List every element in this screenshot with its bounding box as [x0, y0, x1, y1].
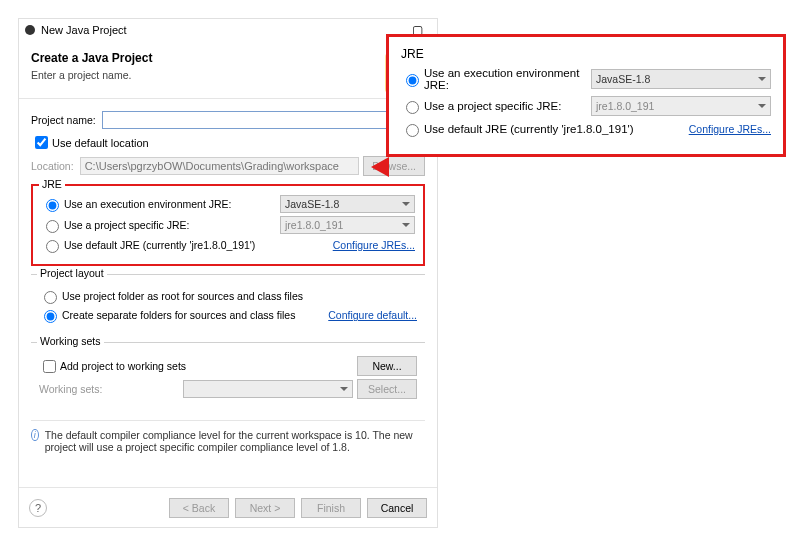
jre-env-radio[interactable] [46, 199, 59, 212]
jre-specific-radio[interactable] [46, 220, 59, 233]
page-subtitle: Enter a project name. [31, 69, 425, 81]
callout-jre-specific-radio[interactable] [406, 101, 419, 114]
wizard-footer: ? < Back Next > Finish Cancel [19, 487, 437, 527]
jre-default-label: Use default JRE (currently 'jre1.8.0_191… [64, 239, 333, 251]
back-button: < Back [169, 498, 229, 518]
jre-specific-label: Use a project specific JRE: [64, 219, 280, 231]
window-title: New Java Project [41, 24, 127, 36]
configure-default-link[interactable]: Configure default... [328, 309, 417, 321]
callout-jre-default-radio[interactable] [406, 124, 419, 137]
use-default-location-checkbox[interactable] [35, 136, 48, 149]
callout-jre-default-label: Use default JRE (currently 'jre1.8.0_191… [424, 123, 689, 135]
jre-legend: JRE [39, 178, 65, 190]
layout-separate-label: Create separate folders for sources and … [62, 309, 328, 321]
callout-jre-env-radio[interactable] [406, 74, 419, 87]
page-title: Create a Java Project [31, 51, 425, 65]
info-text: The default compiler compliance level fo… [45, 429, 425, 453]
callout-jre-env-label: Use an execution environment JRE: [424, 67, 591, 91]
working-sets-group: Working sets Add project to working sets… [31, 342, 425, 410]
jre-env-combo[interactable]: JavaSE-1.8 [280, 195, 415, 213]
callout-jre-specific-combo: jre1.8.0_191 [591, 96, 771, 116]
wizard-header: Create a Java Project Enter a project na… [19, 41, 437, 99]
working-sets-legend: Working sets [37, 335, 104, 347]
layout-separate-radio[interactable] [44, 310, 57, 323]
new-working-set-button[interactable]: New... [357, 356, 417, 376]
add-working-sets-label: Add project to working sets [60, 360, 357, 372]
configure-jres-link[interactable]: Configure JREs... [333, 239, 415, 251]
next-button: Next > [235, 498, 295, 518]
project-layout-group: Project layout Use project folder as roo… [31, 274, 425, 334]
finish-button: Finish [301, 498, 361, 518]
jre-callout: JRE Use an execution environment JRE: Ja… [386, 34, 786, 157]
layout-root-label: Use project folder as root for sources a… [62, 290, 417, 302]
titlebar: New Java Project ▢ [19, 19, 437, 41]
cancel-button[interactable]: Cancel [367, 498, 427, 518]
callout-jre-env-combo[interactable]: JavaSE-1.8 [591, 69, 771, 89]
project-name-label: Project name: [31, 114, 96, 126]
location-label: Location: [31, 160, 74, 172]
use-default-location-label: Use default location [52, 137, 149, 149]
location-input [80, 157, 360, 175]
wizard-content: Project name: Use default location Locat… [19, 99, 437, 453]
jre-group: JRE Use an execution environment JRE: Ja… [31, 184, 425, 266]
wizard-window: New Java Project ▢ Create a Java Project… [18, 18, 438, 528]
help-icon[interactable]: ? [29, 499, 47, 517]
project-name-input[interactable] [102, 111, 425, 129]
layout-root-radio[interactable] [44, 291, 57, 304]
info-icon: i [31, 429, 39, 441]
eclipse-icon [25, 25, 35, 35]
jre-specific-combo: jre1.8.0_191 [280, 216, 415, 234]
select-working-set-button: Select... [357, 379, 417, 399]
callout-jre-specific-label: Use a project specific JRE: [424, 100, 591, 112]
project-layout-legend: Project layout [37, 267, 107, 279]
callout-legend: JRE [401, 47, 771, 61]
working-sets-label: Working sets: [39, 383, 183, 395]
jre-default-radio[interactable] [46, 240, 59, 253]
add-working-sets-checkbox[interactable] [43, 360, 56, 373]
callout-configure-jres-link[interactable]: Configure JREs... [689, 123, 771, 135]
working-sets-combo [183, 380, 353, 398]
info-message: i The default compiler compliance level … [31, 420, 425, 453]
jre-env-label: Use an execution environment JRE: [64, 198, 280, 210]
